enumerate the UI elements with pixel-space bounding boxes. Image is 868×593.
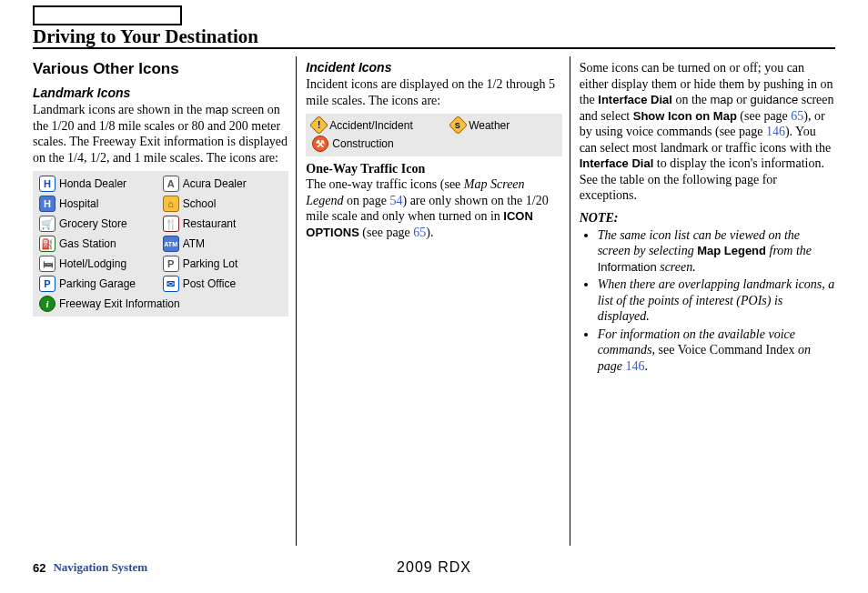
school-icon: ⌂ — [163, 196, 179, 212]
icon-row: ⌂School — [163, 196, 283, 212]
icon-row: HHonda Dealer — [39, 176, 159, 192]
icon-label: Post Office — [183, 277, 236, 290]
icon-row: ATMATM — [163, 236, 283, 252]
icon-label: Construction — [332, 137, 393, 150]
icon-row: ⚒Construction — [312, 136, 448, 152]
text-map: map — [711, 93, 733, 106]
column-2: Incident Icons Incident icons are displa… — [296, 56, 570, 546]
icon-label: Freeway Exit Information — [59, 297, 180, 310]
icon-label: Parking Garage — [59, 277, 136, 290]
gas-icon: ⛽ — [39, 236, 56, 252]
page-ref-146b: 146 — [625, 359, 644, 373]
icon-row: 🛏Hotel/Lodging — [39, 256, 159, 272]
text-interface-dial-2: Interface Dial — [580, 156, 654, 170]
heading-one-way: One-Way Traffic Icon — [306, 162, 561, 176]
text: or — [733, 93, 751, 106]
page-title: Driving to Your Destination — [33, 25, 258, 48]
freeway-exit-icon: i — [39, 296, 56, 312]
hotel-icon: 🛏 — [39, 256, 56, 272]
note-2: When there are overlapping landmark icon… — [598, 276, 835, 325]
icon-row: 🛒Grocery Store — [39, 216, 159, 232]
text-voice-cmd: see Voice Command Index — [659, 343, 795, 357]
icon-label: Honda Dealer — [59, 177, 126, 190]
icon-row: 🍴Restaurant — [163, 216, 283, 232]
text: ). — [426, 226, 433, 239]
text: screen. — [657, 260, 696, 274]
icon-row: PParking Lot — [163, 256, 283, 272]
vehicle-label: 2009 RDX — [397, 559, 471, 576]
text: from the — [766, 244, 812, 257]
icon-label: Acura Dealer — [183, 177, 247, 190]
icon-label: School — [183, 197, 217, 210]
weather-icon: S — [449, 116, 468, 135]
icon-label: Accident/Incident — [329, 119, 412, 132]
landmark-body: Landmark icons are shown in the map scre… — [33, 102, 288, 166]
icon-row: HHospital — [39, 196, 159, 212]
text: (see page — [737, 109, 791, 123]
acura-dealer-icon: A — [163, 176, 179, 192]
atm-icon: ATM — [163, 236, 179, 252]
restaurant-icon: 🍴 — [163, 216, 179, 232]
page-ref-146: 146 — [766, 125, 785, 138]
text: on page — [344, 194, 390, 207]
footer-label: Navigation System — [53, 560, 147, 575]
icon-row: AAcura Dealer — [163, 176, 283, 192]
note-3: For information on the available voice c… — [598, 327, 835, 375]
page-ref-65: 65 — [413, 226, 426, 239]
text: The one-way traffic icons (see — [306, 177, 464, 191]
text-interface-dial: Interface Dial — [598, 93, 672, 106]
text-show-icon: Show Icon on Map — [633, 109, 737, 123]
landmark-icon-table: HHonda DealerAAcura DealerHHospital⌂Scho… — [33, 171, 288, 317]
title-rule — [33, 47, 835, 49]
page-ref-54: 54 — [389, 194, 402, 207]
icon-row: iFreeway Exit Information — [39, 296, 282, 312]
text: . — [644, 359, 648, 373]
icon-row: PParking Garage — [39, 276, 159, 292]
note-list: The same icon list can be viewed on the … — [580, 227, 835, 375]
icon-row: !Accident/Incident — [312, 118, 448, 132]
note-label: NOTE: — [580, 211, 835, 226]
section-various-other-icons: Various Other Icons — [33, 60, 288, 78]
icon-label: ATM — [183, 237, 205, 250]
icon-label: Grocery Store — [59, 217, 127, 230]
icon-label: Gas Station — [59, 237, 116, 250]
text: on the — [672, 93, 711, 106]
note-1: The same icon list can be viewed on the … — [598, 227, 835, 276]
parking-garage-icon: P — [39, 276, 56, 292]
incident-body: Incident icons are displayed on the 1/2 … — [306, 76, 561, 108]
icon-label: Parking Lot — [183, 257, 238, 270]
columns: Various Other Icons Landmark Icons Landm… — [33, 56, 835, 546]
icon-label: Restaurant — [183, 217, 237, 230]
col3-body: Some icons can be turned on or off; you … — [580, 60, 835, 204]
text-information: Information — [598, 260, 657, 274]
heading-incident-icons: Incident Icons — [306, 60, 561, 75]
icon-row: ✉Post Office — [163, 276, 283, 292]
column-1: Various Other Icons Landmark Icons Landm… — [33, 56, 296, 546]
icon-label: Hospital — [59, 197, 98, 210]
top-empty-box — [33, 5, 182, 25]
grocery-icon: 🛒 — [39, 216, 56, 232]
construction-icon: ⚒ — [312, 136, 328, 152]
column-3: Some icons can be turned on or off; you … — [570, 56, 835, 546]
hospital-icon: H — [39, 196, 56, 212]
icon-row: ⛽Gas Station — [39, 236, 159, 252]
icon-row: SWeather — [451, 118, 556, 132]
honda-dealer-icon: H — [39, 176, 56, 192]
text: (see page — [359, 226, 413, 239]
page-number: 62 — [33, 561, 45, 575]
text-map-legend: Map Legend — [697, 244, 766, 257]
accident-icon: ! — [309, 116, 328, 135]
text: Landmark icons are shown in the — [33, 103, 206, 116]
post-office-icon: ✉ — [163, 276, 179, 292]
icon-label: Hotel/Lodging — [59, 257, 126, 270]
footer: 62 Navigation System 2009 RDX — [33, 560, 835, 575]
incident-icon-table: !Accident/IncidentSWeather⚒Construction — [306, 114, 561, 156]
icon-label: Weather — [469, 119, 510, 132]
parking-lot-icon: P — [163, 256, 179, 272]
text-map: map — [206, 103, 228, 116]
text-guidance: guidance — [751, 93, 799, 106]
heading-landmark-icons: Landmark Icons — [33, 85, 288, 100]
page-ref-65b: 65 — [791, 109, 803, 123]
one-way-body: The one-way traffic icons (see Map Scree… — [306, 176, 561, 240]
